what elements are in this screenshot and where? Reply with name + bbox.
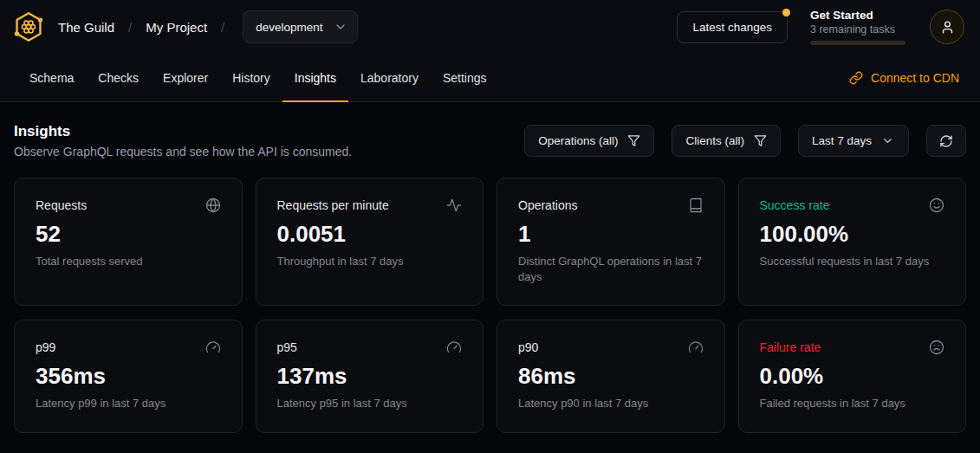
card-description: Failed requests in last 7 days [760, 396, 945, 411]
gauge-icon [688, 340, 704, 355]
card-description: Latency p90 in last 7 days [518, 396, 704, 411]
clients-filter-label: Clients (all) [685, 134, 744, 147]
card-description: Latency p95 in last 7 days [277, 396, 463, 411]
p99-card: p99 356ms Latency p99 in last 7 days [14, 320, 243, 433]
frown-icon [929, 340, 944, 355]
globe-icon [205, 197, 221, 213]
success-rate-card: Success rate 100.00% Successful requests… [738, 178, 967, 306]
page-title: Insights [14, 123, 352, 140]
tab-insights[interactable]: Insights [282, 54, 348, 101]
tab-explorer[interactable]: Explorer [151, 54, 220, 101]
book-icon [688, 197, 704, 213]
card-description: Throughput in last 7 days [277, 254, 463, 269]
card-title: Success rate [760, 198, 830, 212]
connect-cdn-label: Connect to CDN [871, 71, 959, 85]
card-description: Total requests served [36, 254, 221, 269]
breadcrumb-separator: / [128, 20, 132, 35]
get-started-progressbar [810, 41, 905, 45]
card-value: 86ms [518, 363, 704, 390]
failure-rate-card: Failure rate 0.00% Failed requests in la… [738, 320, 967, 433]
activity-icon [446, 197, 462, 213]
insights-page: Insights Observe GraphQL requests and se… [0, 123, 980, 433]
get-started-widget[interactable]: Get Started 3 remaining tasks [810, 9, 907, 45]
card-title: Operations [518, 198, 577, 212]
stat-card-grid: Requests 52 Total requests served Reques… [14, 178, 966, 433]
card-value: 100.00% [760, 221, 945, 248]
tab-laboratory[interactable]: Laboratory [348, 54, 431, 101]
card-value: 137ms [277, 363, 463, 390]
get-started-subtitle: 3 remaining tasks [810, 23, 907, 36]
filter-icon [627, 134, 640, 147]
tab-bar: Schema Checks Explorer History Insights … [0, 54, 980, 102]
connect-cdn-link[interactable]: Connect to CDN [844, 54, 964, 101]
requests-card: Requests 52 Total requests served [14, 178, 243, 306]
operations-card: Operations 1 Distinct GraphQL operations… [496, 178, 725, 306]
filter-toolbar: Operations (all) Clients (all) Last 7 da… [524, 125, 966, 157]
card-description: Latency p99 in last 7 days [36, 396, 221, 411]
target-selector[interactable]: development [243, 10, 357, 43]
tab-settings[interactable]: Settings [431, 54, 499, 101]
operations-filter-label: Operations (all) [538, 134, 618, 147]
gauge-icon [446, 340, 462, 355]
requests-per-minute-card: Requests per minute 0.0051 Throughput in… [256, 178, 484, 306]
chevron-down-icon [881, 134, 895, 148]
card-value: 52 [36, 221, 221, 248]
page-subtitle: Observe GraphQL requests and see how the… [14, 145, 352, 159]
get-started-title: Get Started [810, 9, 907, 22]
tab-schema[interactable]: Schema [17, 54, 86, 101]
period-select-value: Last 7 days [812, 134, 872, 147]
card-description: Distinct GraphQL operations in last 7 da… [518, 254, 704, 284]
breadcrumb-separator: / [221, 20, 224, 35]
insights-heading: Insights Observe GraphQL requests and se… [14, 123, 352, 159]
card-value: 356ms [36, 363, 221, 390]
card-description: Successful requests in last 7 days [760, 254, 945, 269]
breadcrumb-project[interactable]: My Project [146, 20, 207, 35]
card-title: Failure rate [760, 340, 821, 354]
period-select[interactable]: Last 7 days [798, 125, 909, 157]
link-icon [849, 71, 863, 85]
latest-changes-label: Latest changes [692, 21, 772, 34]
target-selector-value: development [256, 21, 322, 34]
p90-card: p90 86ms Latency p90 in last 7 days [496, 320, 725, 433]
tab-history[interactable]: History [220, 54, 282, 101]
card-title: p99 [36, 340, 55, 354]
refresh-icon [939, 134, 953, 148]
top-header: The Guild / My Project / development Lat… [0, 0, 980, 54]
card-title: Requests per minute [277, 198, 389, 212]
operations-filter-button[interactable]: Operations (all) [524, 125, 654, 157]
filter-icon [754, 134, 767, 147]
card-title: p90 [518, 340, 538, 354]
user-icon [940, 20, 955, 35]
chevron-down-icon [334, 20, 347, 34]
p95-card: p95 137ms Latency p95 in last 7 days [256, 320, 484, 433]
avatar[interactable] [930, 10, 964, 44]
breadcrumb-org[interactable]: The Guild [58, 20, 114, 35]
card-title: Requests [36, 198, 87, 212]
smile-icon [929, 197, 944, 213]
guild-logo[interactable] [12, 9, 45, 45]
latest-changes-button[interactable]: Latest changes [677, 11, 788, 43]
card-title: p95 [277, 340, 297, 354]
gauge-icon [205, 340, 221, 355]
card-value: 0.0051 [277, 221, 463, 248]
tab-checks[interactable]: Checks [86, 54, 151, 101]
refresh-button[interactable] [926, 125, 966, 157]
card-value: 1 [518, 221, 704, 248]
breadcrumb: The Guild / My Project / [58, 20, 224, 35]
notification-dot [782, 9, 790, 16]
card-value: 0.00% [760, 363, 945, 390]
clients-filter-button[interactable]: Clients (all) [672, 125, 781, 157]
